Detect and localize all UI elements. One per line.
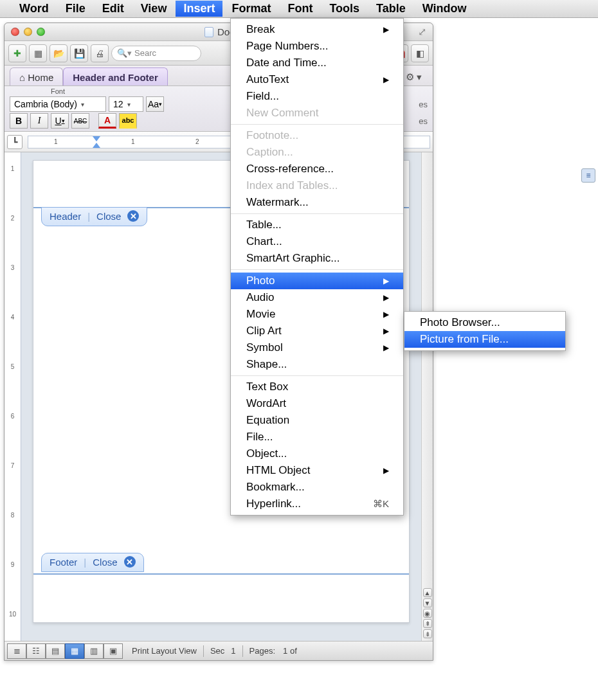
menu-word[interactable]: Word	[12, 1, 57, 17]
insert-menu-item[interactable]: Table...	[231, 217, 403, 233]
divider	[242, 645, 243, 657]
menu-tools[interactable]: Tools	[322, 1, 367, 17]
header-label: Header	[50, 211, 81, 222]
fullscreen-icon[interactable]: ⤢	[418, 26, 426, 38]
underline-button[interactable]: U▾	[51, 113, 69, 129]
open-button[interactable]: 📂	[50, 44, 68, 62]
indent-marker-bottom[interactable]	[93, 143, 100, 148]
indent-marker-top[interactable]	[93, 136, 100, 141]
insert-menu-item[interactable]: Hyperlink...⌘K	[231, 496, 403, 512]
insert-menu-item[interactable]: SmartArt Graphic...	[231, 250, 403, 267]
insert-menu-item[interactable]: Chart...	[231, 233, 403, 250]
menu-window[interactable]: Window	[415, 1, 475, 17]
insert-menu-item[interactable]: Shape...	[231, 356, 403, 373]
scroll-up-icon[interactable]: ▲	[423, 588, 432, 597]
insert-menu-item[interactable]: Equation	[231, 412, 403, 429]
insert-menu-item[interactable]: Date and Time...	[231, 55, 403, 71]
insert-menu-item[interactable]: Watermark...	[231, 194, 403, 211]
submenu-arrow-icon: ▶	[383, 343, 389, 352]
tab-stop-selector[interactable]: ┗	[7, 135, 23, 149]
view-print-layout[interactable]: ▦	[65, 643, 84, 659]
view-publishing[interactable]: ▤	[46, 643, 65, 659]
minimize-button[interactable]	[24, 28, 32, 36]
search-field[interactable]: 🔍▾ Searc	[111, 46, 201, 61]
print-button[interactable]: 🖨	[91, 44, 109, 62]
insert-menu-item[interactable]: Object...	[231, 445, 403, 462]
font-color-button[interactable]: A	[98, 113, 116, 129]
view-notebook[interactable]: ▥	[84, 643, 104, 659]
footer-close-button[interactable]: ✕	[124, 556, 136, 568]
section-label: Sec	[210, 646, 224, 656]
insert-menu-item[interactable]: AutoText▶	[231, 71, 403, 88]
photo-submenu-item[interactable]: Picture from File...	[404, 331, 565, 348]
insert-menu-item[interactable]: Bookmark...	[231, 479, 403, 496]
next-page-icon[interactable]: ⇟	[423, 629, 432, 638]
insert-menu-item[interactable]: HTML Object▶	[231, 462, 403, 479]
strikethrough-button[interactable]: ABC	[71, 113, 89, 129]
view-focus[interactable]: ▣	[104, 643, 123, 659]
menu-item-label: Movie	[246, 308, 275, 321]
menu-item-label: HTML Object	[246, 464, 311, 477]
change-case-button[interactable]: Aa▾	[146, 96, 164, 112]
insert-menu-item[interactable]: Audio▶	[231, 289, 403, 306]
font-name-combo[interactable]: Cambria (Body)▾	[10, 96, 106, 112]
menu-item-label: Field...	[246, 90, 279, 103]
divider	[203, 645, 204, 657]
footer-close-label: Close	[93, 557, 117, 568]
menu-item-label: Chart...	[246, 235, 282, 248]
insert-menu-item[interactable]: File...	[231, 429, 403, 445]
insert-menu-item[interactable]: Photo▶	[231, 273, 403, 289]
insert-menu-item: New Comment	[231, 105, 403, 121]
close-button[interactable]	[11, 28, 19, 36]
menu-item-label: Table...	[246, 219, 282, 231]
font-size-combo[interactable]: 12▾	[109, 96, 143, 112]
save-button[interactable]: 💾	[70, 44, 88, 62]
prev-page-icon[interactable]: ⇞	[423, 619, 432, 628]
sep: |	[84, 557, 86, 568]
menu-item-label: AutoText	[246, 73, 289, 86]
scroll-down-icon[interactable]: ▼	[423, 598, 432, 607]
sidebar-button[interactable]: ◧	[411, 44, 429, 62]
template-button[interactable]: ▦	[29, 44, 47, 62]
view-draft[interactable]: ≣	[7, 643, 26, 659]
insert-menu-item[interactable]: Page Numbers...	[231, 38, 403, 55]
bold-button[interactable]: B	[10, 113, 28, 129]
menu-item-label: Audio	[246, 291, 274, 304]
toolbar-gallery-icon[interactable]: ≡	[581, 168, 595, 183]
vertical-ruler[interactable]: 1 2 3 4 5 6 7 8 9 10	[5, 152, 21, 641]
highlight-button[interactable]: abc	[119, 113, 137, 129]
submenu-arrow-icon: ▶	[383, 293, 389, 302]
header-close-button[interactable]: ✕	[127, 210, 139, 222]
insert-menu-item[interactable]: Field...	[231, 88, 403, 105]
menu-view[interactable]: View	[133, 1, 175, 17]
menu-edit[interactable]: Edit	[95, 1, 132, 17]
insert-menu-item: Caption...	[231, 144, 403, 161]
insert-menu-item[interactable]: WordArt	[231, 395, 403, 412]
menu-table[interactable]: Table	[368, 1, 413, 17]
ruler-num: 1	[54, 138, 58, 145]
browse-object-icon[interactable]: ◉	[423, 609, 432, 618]
menu-format[interactable]: Format	[224, 1, 278, 17]
document-icon	[204, 27, 213, 37]
menu-font[interactable]: Font	[280, 1, 320, 17]
zoom-button[interactable]	[37, 28, 45, 36]
menu-file[interactable]: File	[58, 1, 93, 17]
menu-item-label: Caption...	[246, 146, 293, 159]
insert-menu-item[interactable]: Text Box	[231, 379, 403, 395]
tab-header-footer[interactable]: Header and Footer	[63, 67, 168, 85]
view-outline[interactable]: ☷	[26, 643, 46, 659]
insert-menu-item[interactable]: Cross-reference...	[231, 161, 403, 177]
ruler-num: 2	[195, 138, 199, 145]
menu-item-label: Equation	[246, 414, 289, 427]
menu-insert[interactable]: Insert	[176, 1, 222, 17]
photo-submenu-item[interactable]: Photo Browser...	[404, 314, 565, 331]
tab-home[interactable]: Home	[10, 67, 63, 85]
insert-menu-item[interactable]: Break▶	[231, 21, 403, 38]
insert-menu-item[interactable]: Movie▶	[231, 306, 403, 323]
italic-button[interactable]: I	[30, 113, 48, 129]
vertical-scrollbar[interactable]: ▲ ▼ ◉ ⇞ ⇟	[421, 152, 433, 641]
ribbon-options[interactable]: ⚙ ▾	[400, 68, 428, 85]
insert-menu-item[interactable]: Clip Art▶	[231, 323, 403, 339]
new-button[interactable]: ✚	[8, 44, 26, 62]
insert-menu-item[interactable]: Symbol▶	[231, 339, 403, 356]
